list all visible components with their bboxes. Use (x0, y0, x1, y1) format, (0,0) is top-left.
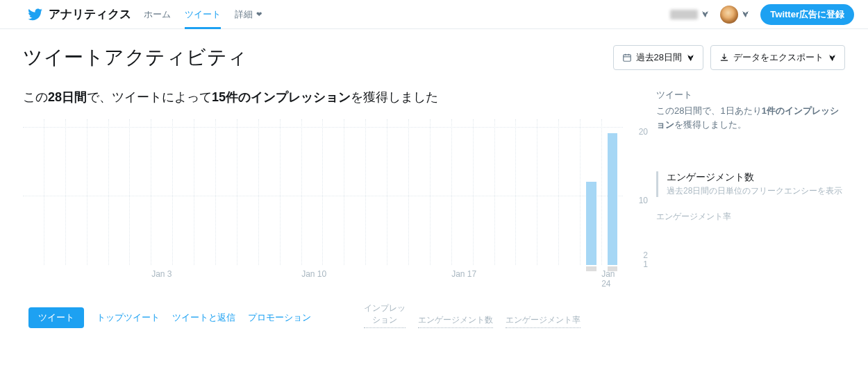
tweet-tabs: ツイート トップツイート ツイートと返信 プロモーション インプレッション エン… (23, 286, 651, 331)
date-range-label: 過去28日間 (636, 51, 682, 64)
tab-tweets-replies[interactable]: ツイートと返信 (172, 307, 235, 328)
chevron-down-icon: ⮟ (742, 10, 749, 18)
account-dropdown-avatar[interactable]: ⮟ (720, 6, 749, 24)
tab-tweets[interactable]: ツイート (28, 307, 84, 328)
col-engagements[interactable]: エンゲージメント数 (418, 314, 493, 328)
nav-more-label: 詳細 (235, 8, 253, 21)
calendar-icon (622, 53, 632, 62)
engagement-section: エンゲージメント数 過去28日間の日単位のフリークエンシーを表示 (656, 171, 845, 197)
engagement-title: エンゲージメント数 (667, 171, 845, 184)
side-chart-head: ツイート (656, 89, 845, 101)
twitter-logo-icon (28, 7, 43, 22)
engagement-rate-cut: エンゲージメント率 (656, 211, 845, 223)
tab-top-tweets[interactable]: トップツイート (97, 307, 160, 328)
engagement-sub: 過去28日間の日単位のフリークエンシーを表示 (667, 185, 845, 197)
chevron-down-icon: ⮟ (829, 54, 836, 62)
tab-promoted[interactable]: プロモーション (248, 307, 311, 328)
avatar (720, 6, 738, 24)
export-label: データをエクスポート (733, 51, 824, 64)
account-name-redacted (670, 10, 698, 19)
svg-rect-0 (623, 55, 631, 61)
nav-home[interactable]: ホーム (144, 0, 171, 29)
download-icon (719, 53, 729, 62)
chevron-down-icon: ⮟ (687, 54, 694, 62)
account-dropdown-text[interactable]: ⮟ (670, 10, 709, 19)
brand-title: アナリティクス (49, 6, 131, 22)
page-title: ツイートアクティビティ (23, 44, 248, 71)
impressions-chart: 201021 Jan 3Jan 10Jan 17Jan 24 (23, 119, 651, 286)
chevron-down-icon: ❤ (254, 10, 262, 18)
chevron-down-icon: ⮟ (702, 10, 709, 18)
impressions-summary: この28日間で、ツイートによって15件のインプレッションを獲得しました (23, 89, 651, 105)
date-range-button[interactable]: 過去28日間 ⮟ (613, 45, 703, 70)
nav-more[interactable]: 詳細 ❤ (235, 0, 262, 29)
top-nav: アナリティクス ホーム ツイート 詳細 ❤ ⮟ ⮟ Twitter広告に登録 (0, 0, 868, 29)
side-chart-text: この28日間で、1日あたり1件のインプレッションを獲得しました。 (656, 104, 845, 131)
page-header: ツイートアクティビティ 過去28日間 ⮟ データをエクスポート ⮟ (17, 29, 851, 83)
col-impressions[interactable]: インプレッション (364, 302, 406, 328)
nav-tweets[interactable]: ツイート (185, 0, 221, 29)
export-button[interactable]: データをエクスポート ⮟ (710, 45, 845, 70)
col-engagement-rate[interactable]: エンゲージメント率 (506, 314, 581, 328)
twitter-ads-button[interactable]: Twitter広告に登録 (760, 4, 854, 25)
